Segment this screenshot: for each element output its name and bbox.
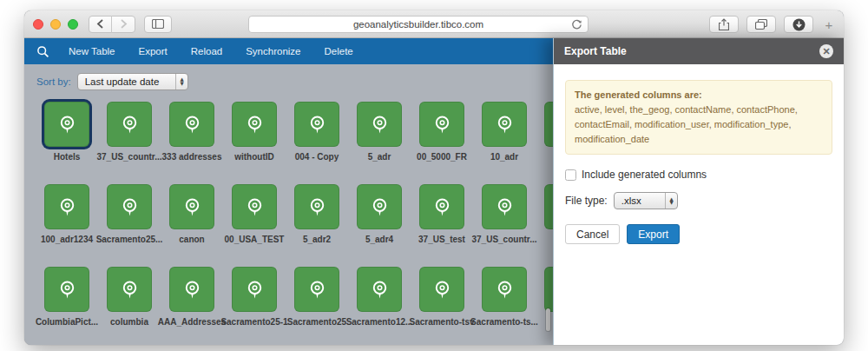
toolbar-button-new-table[interactable]: New Table <box>69 46 115 56</box>
table-tile[interactable]: 004 - Copy <box>286 102 348 162</box>
tile-grid: Hotels 37_US_countr... 333 addresses <box>24 90 553 327</box>
file-type-select[interactable]: .xlsx ▲▼ <box>614 192 678 209</box>
forward-icon[interactable] <box>112 16 135 33</box>
map-pin-icon <box>431 278 454 301</box>
map-pin-icon <box>181 113 204 136</box>
tile-label: 5_adr <box>368 152 391 162</box>
toolbar-button-reload[interactable]: Reload <box>191 46 222 56</box>
table-tile[interactable]: Sacramento-ts... <box>473 267 536 327</box>
table-tile[interactable]: Sacramento-tsv <box>411 267 473 327</box>
file-type-row: File type: .xlsx ▲▼ <box>565 192 832 209</box>
toolbar-button-export[interactable]: Export <box>139 46 168 56</box>
map-pin-icon <box>368 113 391 136</box>
url-text: geoanalyticsbuilder.tibco.com <box>353 19 483 30</box>
downloads-icon[interactable] <box>784 16 813 33</box>
tile-label: canon <box>179 235 204 244</box>
table-tile[interactable]: 37_US_countr... <box>98 102 161 162</box>
history-nav <box>89 16 135 33</box>
include-columns-row: Include generated columns <box>565 169 832 181</box>
sidebar-toggle-icon[interactable] <box>144 16 172 33</box>
address-bar[interactable]: geoanalyticsbuilder.tibco.com <box>248 16 589 33</box>
table-tile[interactable]: 5_adr4 <box>348 184 411 244</box>
back-icon[interactable] <box>89 16 112 33</box>
table-tile[interactable]: Sacramento25... <box>98 184 161 244</box>
table-tile[interactable]: 00_USA_TEST <box>223 184 286 244</box>
search-icon[interactable] <box>36 45 49 58</box>
alert-body: active, level, the_geog, contactName, co… <box>575 103 823 147</box>
export-button[interactable]: Export <box>627 224 680 244</box>
map-pin-icon <box>306 195 329 219</box>
tile-label: Sacramento-ts... <box>470 317 538 327</box>
tile-thumbnail <box>169 102 214 147</box>
tile-label: AAA_Addresses <box>158 317 226 327</box>
table-tile[interactable]: canon <box>161 184 223 244</box>
tab-overview-icon[interactable] <box>746 16 776 33</box>
table-tile[interactable]: 00_5000_FR <box>411 102 473 162</box>
export-panel-header: Export Table ✕ <box>554 38 844 64</box>
toolbar-button-synchronize[interactable]: Synchronize <box>246 46 300 56</box>
select-stepper-icon: ▲▼ <box>665 193 676 209</box>
file-type-value: .xlsx <box>615 195 666 206</box>
table-tile[interactable]: 100_adr1234 <box>36 184 98 244</box>
map-pin-icon <box>56 278 79 301</box>
tile-thumbnail <box>44 267 89 312</box>
alert-heading: The generated columns are: <box>575 88 823 103</box>
tile-thumbnail <box>107 267 152 312</box>
close-icon[interactable]: ✕ <box>819 44 833 58</box>
panel-actions: Cancel Export <box>565 224 832 244</box>
tile-thumbnail <box>294 267 339 312</box>
map-pin-icon <box>56 113 79 136</box>
table-tile[interactable]: AAA_Addresses <box>161 267 223 327</box>
new-tab-icon[interactable]: + <box>821 17 837 32</box>
table-tile[interactable]: as... <box>536 102 553 162</box>
table-tile[interactable]: 37_US_test <box>411 184 473 244</box>
share-icon[interactable] <box>709 16 739 33</box>
export-panel-body: The generated columns are: active, level… <box>554 64 844 345</box>
table-tile[interactable]: columbia <box>98 267 161 327</box>
table-tile[interactable]: 5_adr <box>348 102 411 162</box>
table-tile[interactable]: 333 addresses <box>161 102 223 162</box>
tile-row: 100_adr1234 Sacramento25... canon <box>36 184 553 244</box>
toolbar-button-delete[interactable]: Delete <box>325 46 353 56</box>
tile-thumbnail <box>544 184 553 229</box>
table-tile[interactable]: 37_US_countr... <box>473 184 536 244</box>
minimize-window-icon[interactable] <box>50 19 61 30</box>
sort-select[interactable]: Last update date ▲▼ <box>77 73 188 90</box>
zoom-window-icon[interactable] <box>68 19 78 30</box>
map-pin-icon <box>243 195 266 219</box>
table-tile[interactable]: Sacramento25-1 <box>223 267 286 327</box>
tile-label: 37_US_countr... <box>471 235 536 244</box>
include-generated-columns-checkbox[interactable] <box>565 169 576 181</box>
table-tile[interactable]: Sacramento25 <box>286 267 348 327</box>
tile-thumbnail <box>419 267 464 312</box>
tile-label: Hotels <box>54 152 81 162</box>
tile-thumbnail <box>482 184 527 229</box>
table-tile[interactable]: Colu... <box>536 184 553 244</box>
tile-label: 333 addresses <box>162 152 222 162</box>
reload-icon[interactable] <box>570 18 583 31</box>
table-tile[interactable]: Sacramento12... <box>348 267 411 327</box>
browser-actions: + <box>709 16 837 33</box>
close-window-icon[interactable] <box>33 19 43 30</box>
table-tile[interactable]: Hotels <box>36 102 98 162</box>
tile-thumbnail <box>357 184 402 229</box>
table-tile[interactable]: ColumbiaPict... <box>36 267 98 327</box>
tables-browser: Sort by: Last update date ▲▼ Hotels 37_U… <box>24 64 553 345</box>
sort-row: Sort by: Last update date ▲▼ <box>24 64 553 90</box>
content-scrollbar[interactable] <box>546 308 550 331</box>
map-pin-icon <box>493 113 516 136</box>
table-tile[interactable]: 10_adr <box>473 102 536 162</box>
map-pin-icon <box>118 113 141 136</box>
table-tile[interactable]: Colu... <box>536 267 553 327</box>
cancel-button[interactable]: Cancel <box>565 224 620 244</box>
table-tile[interactable]: withoutID <box>223 102 286 162</box>
map-pin-icon <box>493 278 516 301</box>
tile-label: withoutID <box>234 152 274 162</box>
map-pin-icon <box>368 278 391 301</box>
tile-thumbnail <box>294 102 339 147</box>
map-pin-icon <box>118 278 141 301</box>
window-controls <box>33 19 78 30</box>
select-stepper-icon: ▲▼ <box>175 74 187 89</box>
table-tile[interactable]: 5_adr2 <box>286 184 348 244</box>
tile-label: 5_adr4 <box>365 235 393 244</box>
